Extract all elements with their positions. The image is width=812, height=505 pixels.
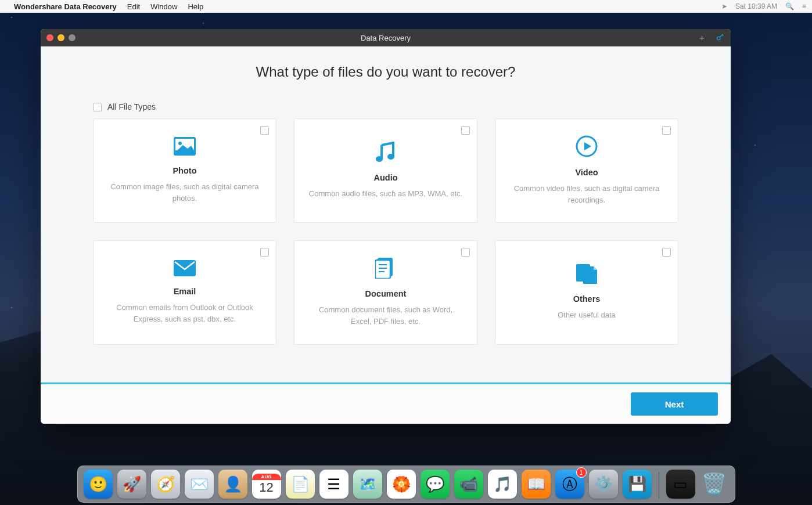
dock-item-reminders[interactable]: ☰ xyxy=(319,470,348,499)
dock-item-desktop-preview[interactable]: ▭ xyxy=(666,470,695,499)
window-body: What type of files do you want to recove… xyxy=(41,46,731,383)
dock-item-contacts[interactable]: 👤 xyxy=(218,470,247,499)
dock-item-finder[interactable]: 🙂 xyxy=(84,470,113,499)
card-photo-title: Photo xyxy=(173,166,196,175)
card-video[interactable]: Video Common video files, such as digita… xyxy=(495,118,678,223)
all-file-types-label: All File Types xyxy=(107,102,156,111)
all-file-types-row[interactable]: All File Types xyxy=(93,102,678,111)
macos-menubar: Wondershare Data Recovery Edit Window He… xyxy=(0,0,812,13)
card-others-desc: Other useful data xyxy=(558,309,616,321)
dock-item-preferences[interactable]: ⚙️ xyxy=(589,470,618,499)
dock-item-safari[interactable]: 🧭 xyxy=(151,470,180,499)
app-window: Data Recovery ＋ What type of files do yo… xyxy=(41,29,731,424)
svg-point-4 xyxy=(376,156,383,162)
others-icon xyxy=(576,264,597,286)
close-window-button[interactable] xyxy=(46,34,53,41)
menubar-spotlight-icon[interactable]: 🔍 xyxy=(785,2,794,10)
card-video-title: Video xyxy=(575,168,598,177)
svg-point-0 xyxy=(717,37,720,39)
dock-item-itunes[interactable]: 🎵 xyxy=(488,470,517,499)
calendar-day-label: 12 xyxy=(259,480,273,495)
page-heading: What type of files do you want to recove… xyxy=(93,64,678,80)
menubar-edit[interactable]: Edit xyxy=(127,2,140,11)
card-others[interactable]: Others Other useful data xyxy=(495,240,678,345)
menubar-window[interactable]: Window xyxy=(150,2,177,11)
dock-item-mail[interactable]: ✉️ xyxy=(185,470,214,499)
menubar-cursor-icon[interactable]: ➤ xyxy=(721,2,727,10)
zoom-window-button[interactable] xyxy=(69,34,76,41)
window-traffic-lights xyxy=(46,34,76,41)
card-email-title: Email xyxy=(174,287,196,296)
card-others-checkbox[interactable] xyxy=(662,248,671,257)
menubar-app-name[interactable]: Wondershare Data Recovery xyxy=(14,2,117,11)
svg-point-5 xyxy=(387,154,394,160)
svg-rect-9 xyxy=(375,260,390,279)
dock-separator xyxy=(659,472,659,499)
card-email-desc: Common emails from Outlook or Outlook Ex… xyxy=(107,302,262,325)
dock-item-app-store[interactable]: Ⓐ1 xyxy=(555,470,584,499)
card-video-checkbox[interactable] xyxy=(662,126,671,135)
calendar-month-label: AUG xyxy=(252,474,281,480)
all-file-types-checkbox[interactable] xyxy=(93,103,102,111)
dock-item-wondershare-data-recovery[interactable]: 💾 xyxy=(623,470,652,499)
card-email-checkbox[interactable] xyxy=(260,248,269,257)
dock-item-launchpad[interactable]: 🚀 xyxy=(117,470,146,499)
dock-item-trash[interactable]: 🗑️ xyxy=(700,470,729,499)
dock-item-facetime[interactable]: 📹 xyxy=(454,470,483,499)
card-audio[interactable]: Audio Common audio files, such as MP3, W… xyxy=(294,118,477,223)
card-audio-title: Audio xyxy=(373,173,397,182)
titlebar-key-icon[interactable] xyxy=(716,33,725,44)
card-document-title: Document xyxy=(365,289,407,298)
document-icon xyxy=(375,258,396,281)
card-photo-checkbox[interactable] xyxy=(260,126,269,135)
file-type-cards-grid: Photo Common image files, such as digita… xyxy=(93,118,678,345)
svg-rect-7 xyxy=(174,260,196,276)
dock-item-photos[interactable]: 🏵️ xyxy=(387,470,416,499)
minimize-window-button[interactable] xyxy=(58,34,64,41)
card-email[interactable]: Email Common emails from Outlook or Outl… xyxy=(93,240,276,345)
email-icon xyxy=(174,260,196,279)
window-title: Data Recovery xyxy=(41,34,731,42)
titlebar-add-icon[interactable]: ＋ xyxy=(698,33,706,44)
card-photo[interactable]: Photo Common image files, such as digita… xyxy=(93,118,276,223)
menubar-help[interactable]: Help xyxy=(188,2,203,11)
next-button[interactable]: Next xyxy=(631,392,718,416)
menubar-notifications-icon[interactable]: ≡ xyxy=(802,2,806,10)
card-document-checkbox[interactable] xyxy=(461,248,470,257)
card-audio-checkbox[interactable] xyxy=(461,126,470,135)
dock-item-notes[interactable]: 📄 xyxy=(286,470,315,499)
card-video-desc: Common video files, such as digital came… xyxy=(509,183,664,206)
svg-point-3 xyxy=(178,142,182,145)
dock-container: 🙂🚀🧭✉️👤AUG12📄☰🗺️🏵️💬📹🎵📖Ⓐ1⚙️💾▭🗑️ xyxy=(0,466,812,503)
dock-item-calendar[interactable]: AUG12 xyxy=(252,470,281,499)
card-photo-desc: Common image files, such as digital came… xyxy=(107,181,262,204)
card-document-desc: Common document files, such as Word, Exc… xyxy=(308,304,463,327)
card-others-title: Others xyxy=(573,294,601,304)
dock-item-messages[interactable]: 💬 xyxy=(421,470,450,499)
dock-badge: 1 xyxy=(576,467,587,478)
window-footer: Next xyxy=(41,383,731,424)
dock: 🙂🚀🧭✉️👤AUG12📄☰🗺️🏵️💬📹🎵📖Ⓐ1⚙️💾▭🗑️ xyxy=(77,466,735,503)
video-icon xyxy=(576,135,598,160)
card-audio-desc: Common audio files, such as MP3, WMA, et… xyxy=(309,188,462,200)
audio-icon xyxy=(376,142,396,165)
dock-item-maps[interactable]: 🗺️ xyxy=(353,470,382,499)
menubar-clock[interactable]: Sat 10:39 AM xyxy=(735,2,777,10)
photo-icon xyxy=(174,137,196,158)
window-titlebar[interactable]: Data Recovery ＋ xyxy=(41,29,731,46)
card-document[interactable]: Document Common document files, such as … xyxy=(294,240,477,345)
dock-item-ibooks[interactable]: 📖 xyxy=(522,470,551,499)
